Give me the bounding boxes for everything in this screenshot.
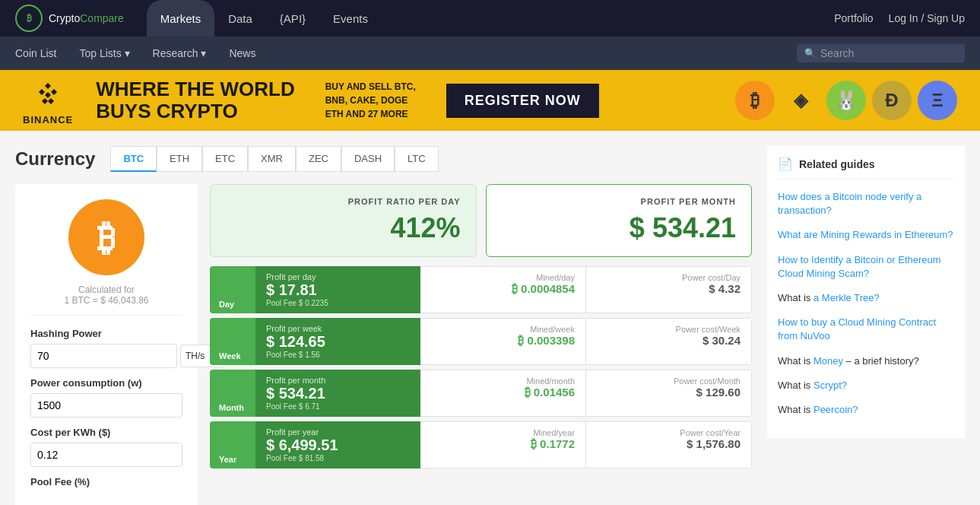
search-input[interactable] [820,47,957,59]
eth-coin: Ξ [918,81,957,120]
profit-monthly-value: $ 534.21 [502,212,737,244]
login-link[interactable]: Log In / Sign Up [889,12,965,24]
search-icon: 🔍 [804,48,816,59]
pool-fee-label: Pool Fee (%) [30,476,182,488]
tab-dash[interactable]: DASH [341,146,395,172]
row-profit-3: Profit per year $ 6,499.51 Pool Fee $ 81… [255,421,420,468]
row-profit-1: Profit per week $ 124.65 Pool Fee $ 1.56 [255,318,420,365]
row-cost-3: Power cost/Year $ 1,576.80 [586,421,752,468]
data-row-month: Month Profit per month $ 534.21 Pool Fee… [210,370,752,417]
left-panel: ₿ Calculated for 1 BTC = $ 46,043.86 Has… [15,184,198,505]
guide-link-0[interactable]: How does a Bitcoin node verify a transac… [778,191,921,216]
cake-coin: 🐰 [826,81,866,120]
svg-marker-0 [45,83,51,89]
data-row-day: Day Profit per day $ 17.81 Pool Fee $ 0.… [210,266,752,313]
guide-item-1: What are Mining Rewards in Ethereum? [778,228,954,242]
profit-boxes: PROFIT RATIO PER DAY 412% PROFIT PER MON… [210,184,752,257]
guide-link-4[interactable]: How to buy a Cloud Mining Contract from … [778,316,936,341]
guide-item-6: What is Scrypt? [778,379,954,392]
row-mined-0: Mined/day ₿ 0.0004854 [420,266,586,313]
row-profit-0: Profit per day $ 17.81 Pool Fee $ 0.2235 [255,266,420,313]
row-period-1: Week [210,318,255,365]
portfolio-link[interactable]: Portfolio [834,12,873,24]
guide-item-7: What is Peercoin? [778,403,954,417]
nav-item-markets[interactable]: Markets [147,0,214,37]
guide-link-1[interactable]: What are Mining Rewards in Ethereum? [778,229,953,240]
tab-eth[interactable]: ETH [157,146,202,172]
hashing-power-input[interactable] [30,344,177,368]
binance-text: BINANCE [23,114,73,125]
profit-monthly-box: PROFIT PER MONTH $ 534.21 [486,184,753,257]
hashing-power-label: Hashing Power [30,328,182,339]
banner-headline: WHERE THE WORLD BUYS CRYPTO [96,78,294,122]
row-mined-1: Mined/week ₿ 0.003398 [420,318,586,365]
nav-item-api[interactable]: {API} [266,0,319,37]
sec-nav-items: Coin List Top Lists ▾ Research ▾ News [15,38,797,68]
row-mined-3: Mined/year ₿ 0.1772 [420,421,586,468]
register-now-button[interactable]: REGISTER NOW [446,84,599,118]
secondary-navigation: Coin List Top Lists ▾ Research ▾ News 🔍 [0,37,980,70]
svg-marker-1 [39,89,45,95]
banner-subtitle: BUY AND SELL BTC, BNB, CAKE, DOGE ETH AN… [325,80,416,121]
row-period-0: Day [210,266,255,313]
row-cost-1: Power cost/Week $ 30.24 [586,318,752,365]
guides-header: 📄 Related guides [778,157,954,179]
guide-item-5: What is Money – a brief history? [778,354,954,368]
search-box: 🔍 [797,44,965,62]
guide-item-2: How to Identify a Bitcoin or Ethereum Cl… [778,253,954,281]
tab-xmr[interactable]: XMR [248,146,296,172]
sec-nav-research[interactable]: Research ▾ [153,38,207,68]
svg-marker-4 [42,98,48,104]
data-row-week: Week Profit per week $ 124.65 Pool Fee $… [210,318,752,365]
bnb-coin: ◈ [781,81,820,120]
data-row-year: Year Profit per year $ 6,499.51 Pool Fee… [210,421,752,468]
row-profit-2: Profit per month $ 534.21 Pool Fee $ 6.7… [255,370,420,417]
banner-coins: ₿ ◈ 🐰 Ð Ξ [735,81,957,120]
power-consumption-label: Power consumption (w) [30,377,182,389]
hashing-power-row: TH/s ▾ [30,344,182,368]
logo-icon: ₿ [15,5,43,32]
sec-nav-news[interactable]: News [229,38,255,68]
logo-crypto-text: Crypto [49,12,80,24]
guides-icon: 📄 [778,157,793,171]
nav-item-data[interactable]: Data [214,0,266,37]
cost-per-kwh-label: Cost per KWh ($) [30,427,182,438]
cost-per-kwh-input[interactable] [30,443,182,467]
calculator-area: ₿ Calculated for 1 BTC = $ 46,043.86 Has… [15,184,752,505]
tab-zec[interactable]: ZEC [296,146,341,172]
guide-link-2[interactable]: How to Identify a Bitcoin or Ethereum Cl… [778,254,941,279]
svg-marker-3 [48,98,54,104]
nav-item-events[interactable]: Events [319,0,382,37]
btc-icon: ₿ [68,199,144,275]
tab-etc[interactable]: ETC [202,146,248,172]
related-guides: 📄 Related guides How does a Bitcoin node… [767,146,965,438]
doge-coin: Ð [872,81,912,120]
banner-logo: BINANCE [23,76,73,125]
profit-ratio-label: PROFIT RATIO PER DAY [226,197,461,206]
row-period-2: Month [210,370,255,417]
top-nav-items: Markets Data {API} Events [147,0,834,37]
top-navigation: ₿ CryptoCompare Markets Data {API} Event… [0,0,980,37]
right-panel: PROFIT RATIO PER DAY 412% PROFIT PER MON… [210,184,752,505]
tab-ltc[interactable]: LTC [395,146,439,172]
banner: BINANCE WHERE THE WORLD BUYS CRYPTO BUY … [0,70,980,131]
guide-item-4: How to buy a Cloud Mining Contract from … [778,316,954,343]
main-content: Currency BTC ETH ETC XMR ZEC DASH LTC ₿ … [0,131,980,505]
logo-compare-text: Compare [80,12,124,24]
unit-value: TH/s [186,351,205,361]
sec-nav-top-lists[interactable]: Top Lists ▾ [79,38,129,68]
data-rows: Day Profit per day $ 17.81 Pool Fee $ 0.… [210,266,752,468]
guide-item-0: How does a Bitcoin node verify a transac… [778,190,954,218]
currency-tabs: BTC ETH ETC XMR ZEC DASH LTC [110,146,438,172]
tab-btc[interactable]: BTC [110,146,157,172]
currency-header: Currency BTC ETH ETC XMR ZEC DASH LTC [15,146,752,172]
btc-symbol: ₿ [97,217,116,259]
power-consumption-input[interactable] [30,393,182,418]
row-cost-2: Power cost/Month $ 129.60 [586,370,752,417]
logo[interactable]: ₿ CryptoCompare [15,5,124,32]
row-period-3: Year [210,421,255,468]
sec-nav-coin-list[interactable]: Coin List [15,38,56,68]
profit-monthly-label: PROFIT PER MONTH [502,197,737,206]
row-mined-2: Mined/month ₿ 0.01456 [420,370,586,417]
profit-ratio-box: PROFIT RATIO PER DAY 412% [210,184,477,257]
